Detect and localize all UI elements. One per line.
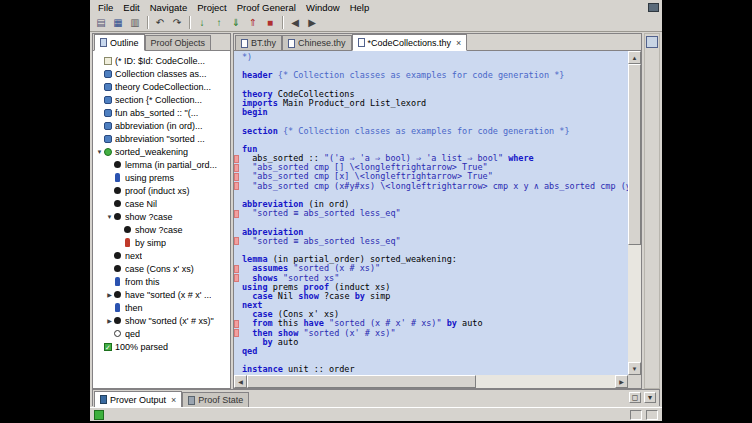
outline-item[interactable]: ▼sorted_weakening [93,145,230,158]
line-marker [234,72,239,80]
menu-proof-general[interactable]: Proof General [232,2,301,13]
toolbar-separator [282,16,284,29]
black-icon [114,317,121,324]
down-arrow-icon[interactable]: ▼ [95,149,104,155]
close-icon[interactable]: × [171,395,176,405]
outline-item[interactable]: by simp [93,236,230,249]
line-marker [234,366,239,374]
outline-item-label: proof (induct xs) [125,186,190,196]
outline-item[interactable]: ▶show "sorted (x' # xs)" [93,314,230,327]
line-marker [234,320,239,328]
toolbar-separator [147,16,149,29]
outline-item[interactable]: from this [93,275,230,288]
right-arrow-icon[interactable]: ▶ [105,291,114,298]
print-icon: ▥ [130,18,139,28]
file-icon [358,38,365,47]
outline-item[interactable]: theory CodeCollection... [93,80,230,93]
tab-label: Prover Output [110,395,166,405]
undo-command-button[interactable]: ↑ [211,15,227,30]
menu-window[interactable]: Window [301,2,345,13]
editor-vertical-scrollbar[interactable]: ▲ ▼ [628,51,641,375]
undo-button[interactable]: ↶ [152,15,168,30]
save-button[interactable]: ▦ [110,15,126,30]
back-button[interactable]: ◀ [287,15,303,30]
outline-item[interactable]: using prems [93,171,230,184]
line-marker [234,338,239,346]
outline-item-label: case (Cons x' xs) [125,264,194,274]
scroll-right-button[interactable]: ▶ [615,375,628,388]
toolbar: ▤▦▥↶↷↓↑⇓⇑■◀▶ [90,14,662,32]
down-arrow-icon[interactable]: ▼ [105,214,114,220]
line-marker [234,90,239,98]
interrupt-button[interactable]: ■ [262,15,278,30]
outline-icon [100,38,107,47]
goto-icon: ⇓ [232,18,240,28]
person-red-icon [125,238,130,247]
menu-project[interactable]: Project [192,2,232,13]
editor-tab-chinese-thy[interactable]: Chinese.thy [282,35,352,50]
right-arrow-icon[interactable]: ▶ [105,317,114,324]
retract-button[interactable]: ⇑ [245,15,261,30]
print-button[interactable]: ▥ [127,15,143,30]
black-icon [114,187,121,194]
editor-tab-codecollections-thy[interactable]: *CodeCollections.thy× [352,34,468,51]
forward-button[interactable]: ▶ [304,15,320,30]
new-wizard-button[interactable]: ▤ [93,15,109,30]
tab-proof-objects[interactable]: Proof Objects [145,35,212,50]
line-marker [234,164,239,172]
horizontal-scroll-thumb[interactable] [247,375,476,388]
tab-prover-output[interactable]: Prover Output× [94,391,182,408]
redo-button[interactable]: ↷ [169,15,185,30]
outline-item[interactable]: ✓100% parsed [93,340,230,353]
outline-item[interactable]: next [93,249,230,262]
code-segment: by [442,319,462,328]
undo-command-icon: ↑ [217,18,222,28]
outline-item[interactable]: section {* Collection... [93,93,230,106]
outline-item[interactable]: case Nil [93,197,230,210]
outline-item[interactable]: show ?case [93,223,230,236]
black-icon [114,213,121,220]
line-marker [234,292,239,300]
next-command-button[interactable]: ↓ [194,15,210,30]
outline-item[interactable]: Collection classes as... [93,67,230,80]
fastview-console-icon[interactable] [646,36,658,48]
outline-item-label: 100% parsed [115,342,168,352]
vertical-scroll-thumb[interactable] [628,64,641,245]
outline-item[interactable]: abbreviation (in ord)... [93,119,230,132]
outline-item[interactable]: lemma (in partial_ord... [93,158,230,171]
menu-file[interactable]: File [93,2,118,13]
line-marker [234,210,239,218]
menu-panel-button[interactable]: ▾ [644,392,656,403]
outline-item[interactable]: (* ID: $Id: CodeColle... [93,54,230,67]
editor-tab-bt-thy[interactable]: BT.thy [235,35,282,50]
tab-outline[interactable]: Outline [94,34,145,51]
outline-item[interactable]: abbreviation "sorted ... [93,132,230,145]
outline-item[interactable]: ▶have "sorted (x # x' ... [93,288,230,301]
scroll-left-button[interactable]: ◀ [234,375,247,388]
black-icon [114,161,121,168]
doc-icon [104,83,112,91]
goto-button[interactable]: ⇓ [228,15,244,30]
outline-item[interactable]: proof (induct xs) [93,184,230,197]
tab-label: Outline [110,38,139,48]
code-line: "sorted ≡ abs_sorted less_eq" [234,237,628,246]
close-icon[interactable]: × [456,38,461,48]
outline-panel: OutlineProof Objects (* ID: $Id: CodeCol… [92,33,231,389]
restore-panel-button[interactable]: ◻ [629,392,641,403]
outline-item[interactable]: qed [93,327,230,340]
menu-navigate[interactable]: Navigate [145,2,193,13]
console-icon [100,395,107,404]
outline-item[interactable]: then [93,301,230,314]
outline-item[interactable]: fun abs_sorted :: "(... [93,106,230,119]
menu-edit[interactable]: Edit [118,2,144,13]
outline-item[interactable]: case (Cons x' xs) [93,262,230,275]
menu-help[interactable]: Help [345,2,375,13]
code-segment: by [355,292,370,301]
outline-item[interactable]: ▼show ?case [93,210,230,223]
tab-proof-state[interactable]: Proof State [182,392,249,407]
editor-content[interactable]: *)header {* Collection classes as exampl… [234,51,628,375]
editor-horizontal-scrollbar[interactable]: ◀ ▶ [234,375,628,388]
scroll-down-button[interactable]: ▼ [628,362,641,375]
status-cell-2 [646,410,658,420]
scroll-up-button[interactable]: ▲ [628,51,641,64]
